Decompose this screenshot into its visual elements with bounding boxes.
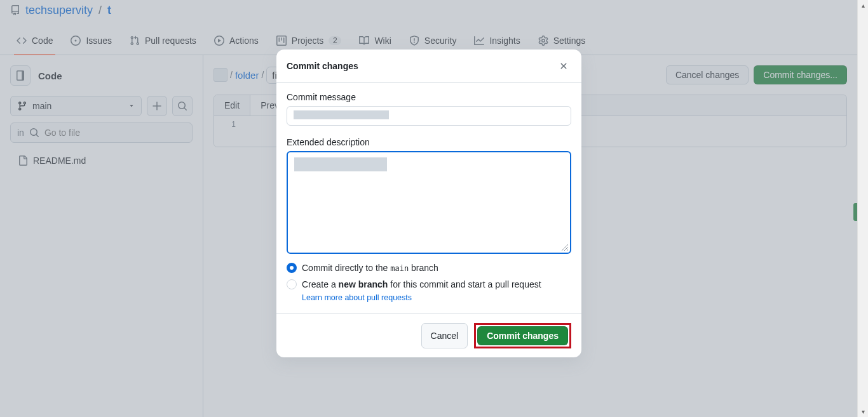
- radio-checked-icon: [287, 263, 297, 273]
- annotation-highlight: Commit changes: [474, 323, 571, 348]
- scroll-down-icon[interactable]: ▾: [858, 406, 868, 417]
- radio-unchecked-icon: [287, 279, 297, 289]
- modal-close[interactable]: [556, 58, 571, 74]
- scroll-up-icon[interactable]: ▴: [858, 0, 868, 11]
- commit-message-input[interactable]: [287, 106, 571, 126]
- scrollbar[interactable]: ▴ ▾: [857, 0, 868, 417]
- extended-desc-input[interactable]: [287, 151, 571, 254]
- extended-desc-label: Extended description: [287, 137, 571, 147]
- modal-cancel-button[interactable]: Cancel: [421, 323, 468, 348]
- resize-handle-icon[interactable]: [561, 244, 569, 251]
- commit-modal: Commit changes Commit message Extended d…: [276, 50, 581, 357]
- modal-commit-button[interactable]: Commit changes: [477, 326, 568, 345]
- close-icon: [559, 61, 569, 71]
- radio-new-branch[interactable]: Create a new branch for this commit and …: [287, 279, 571, 289]
- learn-more-link[interactable]: Learn more about pull requests: [302, 293, 412, 302]
- commit-message-label: Commit message: [287, 92, 571, 102]
- radio-direct-commit[interactable]: Commit directly to the main branch: [287, 263, 571, 273]
- modal-title: Commit changes: [287, 61, 358, 71]
